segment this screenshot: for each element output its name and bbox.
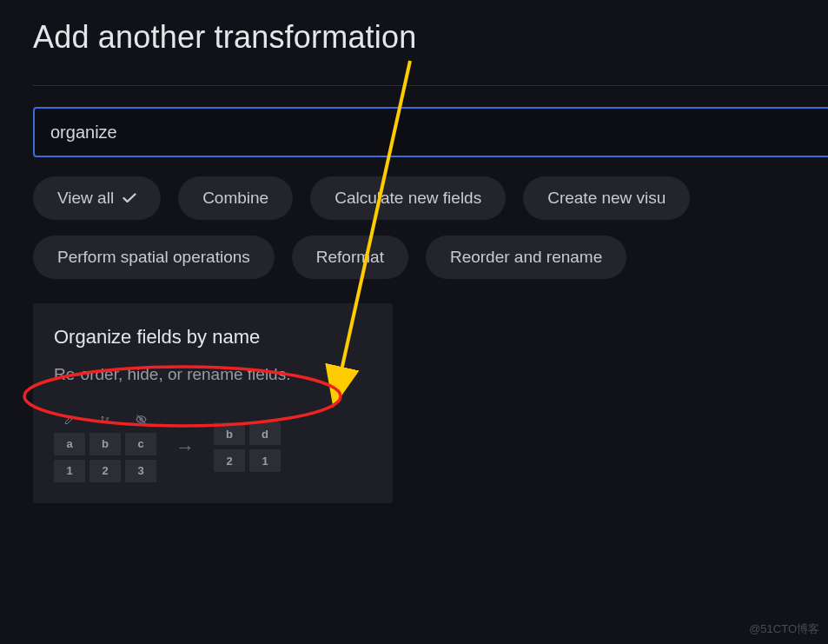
chip-label: Combine <box>202 189 268 208</box>
diagram-cell: a <box>54 433 85 455</box>
chip-label: View all <box>57 189 114 208</box>
search-input[interactable] <box>50 123 813 143</box>
chip-reorder-and-rename[interactable]: Reorder and rename <box>426 236 626 279</box>
diagram-cell: d <box>249 422 281 445</box>
chip-create-new-visualization[interactable]: Create new visu <box>523 176 690 220</box>
diagram-cell: b <box>214 422 245 445</box>
search-field-wrapper[interactable] <box>33 107 828 157</box>
chip-label: Create new visu <box>547 189 666 208</box>
chip-label: Reorder and rename <box>450 248 602 267</box>
arrow-right-icon: → <box>176 436 195 459</box>
card-description: Re-order, hide, or rename fields. <box>54 362 372 387</box>
diagram-cell: 2 <box>214 449 245 472</box>
diagram-left-table: a b c 1 2 3 <box>54 413 156 482</box>
chip-label: Reformat <box>316 248 384 267</box>
diagram-cell: b <box>89 433 121 455</box>
divider <box>33 85 828 86</box>
card-title: Organize fields by name <box>54 326 372 349</box>
diagram-cell: 1 <box>249 449 281 472</box>
filter-chip-group: View all Combine Calculate new fields Cr… <box>33 176 828 279</box>
eye-off-icon <box>125 413 156 427</box>
page-title: Add another transformation <box>33 19 828 56</box>
chip-reformat[interactable]: Reformat <box>292 236 408 279</box>
chip-view-all[interactable]: View all <box>33 176 161 220</box>
diagram-cell: c <box>125 433 156 455</box>
chip-calculate-new-fields[interactable]: Calculate new fields <box>310 176 506 220</box>
chip-label: Perform spatial operations <box>57 248 250 267</box>
watermark: @51CTO博客 <box>749 621 819 637</box>
check-icon <box>123 193 136 203</box>
card-diagram: a b c 1 2 3 → b d 2 1 <box>54 413 372 482</box>
pencil-icon <box>54 413 85 427</box>
sort-icon <box>89 413 121 427</box>
diagram-cell: 3 <box>125 460 156 482</box>
diagram-cell: 1 <box>54 460 85 482</box>
transformation-card-organize-fields[interactable]: Organize fields by name Re-order, hide, … <box>33 303 393 503</box>
diagram-cell: 2 <box>89 460 121 482</box>
chip-perform-spatial-operations[interactable]: Perform spatial operations <box>33 236 275 279</box>
diagram-right-table: b d 2 1 <box>214 422 281 472</box>
chip-label: Calculate new fields <box>335 189 481 208</box>
chip-combine[interactable]: Combine <box>178 176 293 220</box>
